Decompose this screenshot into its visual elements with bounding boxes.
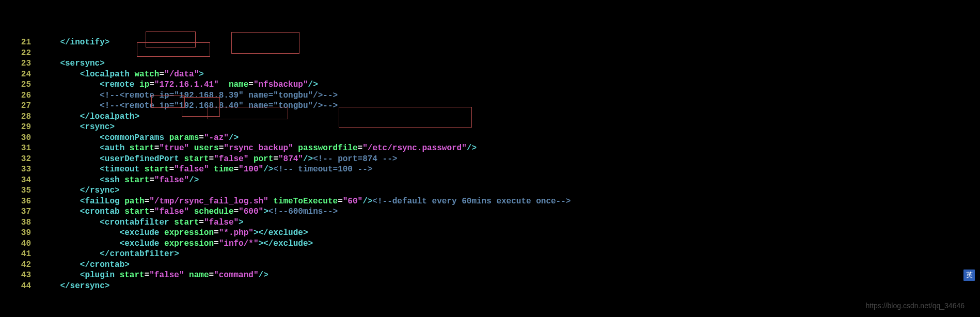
line-number: 26 — [0, 90, 40, 101]
code-line[interactable]: 33 <timeout start="false" time="100"/><!… — [0, 164, 980, 175]
code-content[interactable]: <rsync> — [40, 122, 980, 133]
code-token: <crontabfilter — [100, 218, 169, 227]
code-token: <failLog — [80, 197, 120, 206]
code-content[interactable]: </crontab> — [40, 260, 980, 271]
line-number: 36 — [0, 196, 40, 207]
code-token — [40, 70, 80, 79]
code-token — [124, 144, 130, 153]
code-content[interactable]: <userDefinedPort start="false" port="874… — [40, 154, 980, 165]
code-token — [130, 70, 135, 79]
code-token: <!-- port=874 --> — [313, 154, 397, 164]
code-content[interactable]: <plugin start="false" name="command"/> — [40, 270, 980, 281]
line-number: 32 — [0, 154, 40, 165]
code-line[interactable]: 21 </inotify> — [0, 37, 980, 48]
watermark-text: https://blog.csdn.net/qq_34646 — [866, 302, 965, 310]
code-token: "true" — [159, 144, 189, 153]
line-number: 35 — [0, 185, 40, 196]
line-number: 31 — [0, 143, 40, 154]
code-editor[interactable]: 21 </inotify>2223 <sersync>24 <localpath… — [0, 37, 980, 291]
code-content[interactable]: <auth start="true" users="rsync_backup" … — [40, 143, 980, 154]
code-line[interactable]: 35 </rsync> — [0, 185, 980, 196]
code-content[interactable]: </localpath> — [40, 112, 980, 122]
code-token: /> — [189, 176, 199, 185]
code-line[interactable]: 23 <sersync> — [0, 58, 980, 69]
code-content[interactable]: <crontab start="false" schedule="600"><!… — [40, 207, 980, 217]
code-token: = — [273, 154, 278, 164]
ime-indicator[interactable]: 英 — [963, 270, 975, 281]
code-content[interactable]: <exclude expression="info/*"></exclude> — [40, 239, 980, 249]
code-token: = — [219, 144, 224, 153]
code-token: "172.16.1.41" — [154, 80, 219, 89]
code-content[interactable]: <localpath watch="/data"> — [40, 69, 980, 80]
code-token: start — [124, 176, 149, 185]
code-content[interactable]: <!--<remote ip="192.168.8.40" name="tong… — [40, 101, 980, 112]
code-line[interactable]: 34 <ssh start="false"/> — [0, 175, 980, 186]
code-token: > — [258, 239, 263, 248]
code-token: <!--<remote ip="192.168.8.39" name="tong… — [100, 91, 338, 100]
code-token — [40, 218, 100, 227]
line-number: 37 — [0, 207, 40, 217]
line-number: 23 — [0, 58, 40, 69]
code-line[interactable]: 22 — [0, 48, 980, 59]
code-content[interactable]: </rsync> — [40, 185, 980, 196]
code-line[interactable]: 29 <rsync> — [0, 122, 980, 133]
code-content[interactable]: <failLog path="/tmp/rsync_fail_log.sh" t… — [40, 196, 980, 207]
code-token — [40, 80, 100, 89]
code-content[interactable]: <!--<remote ip="192.168.8.39" name="tong… — [40, 90, 980, 101]
code-line[interactable]: 36 <failLog path="/tmp/rsync_fail_log.sh… — [0, 196, 980, 207]
code-line[interactable]: 25 <remote ip="172.16.1.41" name="nfsbac… — [0, 80, 980, 90]
code-content[interactable]: <ssh start="false"/> — [40, 175, 980, 186]
code-line[interactable]: 26 <!--<remote ip="192.168.8.39" name="t… — [0, 90, 980, 101]
code-token: "60" — [343, 197, 362, 206]
code-token: </crontabfilter> — [100, 249, 179, 259]
code-token: "false" — [174, 165, 209, 174]
code-token: <userDefinedPort — [100, 154, 179, 164]
code-content[interactable]: <exclude expression="*.php"></exclude> — [40, 228, 980, 239]
code-token: </exclude> — [263, 239, 313, 248]
code-line[interactable]: 31 <auth start="true" users="rsync_backu… — [0, 143, 980, 154]
line-number: 24 — [0, 69, 40, 80]
code-token: "false" — [154, 176, 189, 185]
code-token: expression — [164, 239, 214, 248]
line-number: 29 — [0, 122, 40, 133]
code-line[interactable]: 37 <crontab start="false" schedule="600"… — [0, 207, 980, 217]
code-token — [159, 228, 164, 237]
code-token: time — [214, 165, 233, 174]
code-token: <!--default every 60mins execute once--> — [372, 197, 571, 206]
code-content[interactable]: <remote ip="172.16.1.41" name="nfsbackup… — [40, 80, 980, 90]
code-token — [268, 197, 274, 206]
code-content[interactable]: </crontabfilter> — [40, 249, 980, 260]
code-line[interactable]: 28 </localpath> — [0, 112, 980, 122]
code-content[interactable]: <commonParams params="-az"/> — [40, 133, 980, 144]
code-line[interactable]: 42 </crontab> — [0, 260, 980, 271]
code-token: start — [184, 154, 209, 164]
code-token: schedule — [194, 207, 234, 216]
code-token: timeToExecute — [273, 197, 338, 206]
code-content[interactable]: <sersync> — [40, 58, 980, 69]
code-line[interactable]: 40 <exclude expression="info/*"></exclud… — [0, 239, 980, 249]
code-token: passwordfile — [298, 144, 357, 153]
code-token: "false" — [154, 207, 189, 216]
code-line[interactable]: 38 <crontabfilter start="false"> — [0, 217, 980, 228]
code-token: "100" — [239, 165, 263, 174]
code-line[interactable]: 24 <localpath watch="/data"> — [0, 69, 980, 80]
code-content[interactable] — [40, 48, 980, 59]
code-line[interactable]: 44 </sersync> — [0, 281, 980, 292]
code-token — [40, 133, 100, 142]
code-token — [115, 271, 120, 280]
code-content[interactable]: </sersync> — [40, 281, 980, 292]
code-line[interactable]: 43 <plugin start="false" name="command"/… — [0, 270, 980, 281]
code-content[interactable]: </inotify> — [40, 37, 980, 48]
code-line[interactable]: 32 <userDefinedPort start="false" port="… — [0, 154, 980, 165]
code-line[interactable]: 27 <!--<remote ip="192.168.8.40" name="t… — [0, 101, 980, 112]
code-content[interactable]: <crontabfilter start="false"> — [40, 217, 980, 228]
code-token: start — [174, 218, 199, 227]
code-token: <exclude — [120, 228, 160, 237]
code-content[interactable]: <timeout start="false" time="100"/><!-- … — [40, 164, 980, 175]
code-token: /> — [259, 271, 268, 280]
code-line[interactable]: 39 <exclude expression="*.php"></exclude… — [0, 228, 980, 239]
code-token: > — [199, 70, 204, 79]
code-token — [179, 154, 184, 164]
code-line[interactable]: 30 <commonParams params="-az"/> — [0, 133, 980, 144]
code-line[interactable]: 41 </crontabfilter> — [0, 249, 980, 260]
